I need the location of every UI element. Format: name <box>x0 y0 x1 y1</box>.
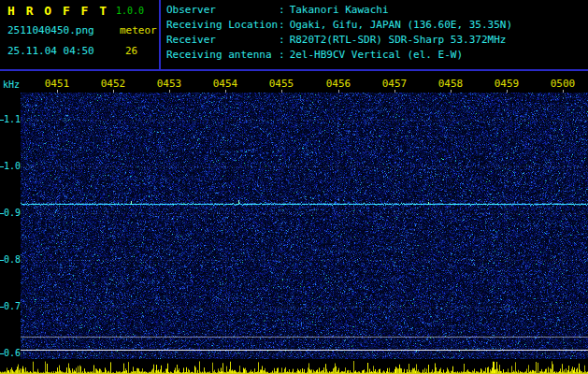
time-tick-mark <box>394 90 395 93</box>
info-colon: : <box>279 33 285 48</box>
info-colon: : <box>279 3 285 18</box>
info-value: 2el-HB9CV Vertical (el. E-W) <box>290 48 463 63</box>
freq-tick-mark <box>0 260 4 261</box>
echo-count: 26 <box>125 45 137 57</box>
freq-axis-label: 0.7 <box>4 301 21 311</box>
time-axis-label: 0455 <box>268 78 294 90</box>
info-label: Receiving Location <box>166 18 279 33</box>
info-value: Takanori Kawachi <box>290 3 389 18</box>
app-title: H R O F F T <box>7 4 108 18</box>
info-colon: : <box>279 48 285 63</box>
observation-datetime: 25.11.04 04:50 <box>7 45 94 57</box>
info-row-receiver: Receiver:R820T2(RTL-SDR) SDR-Sharp 53.37… <box>166 33 512 48</box>
freq-tick-mark <box>0 213 4 214</box>
hrofft-output-window: H R O F F T 1.0.0 2511040450.png meteor … <box>0 0 588 374</box>
freq-axis-label: 1.1 <box>4 114 21 124</box>
info-row-location: Receiving Location:Ogaki, Gifu, JAPAN (1… <box>166 18 512 33</box>
info-label: Observer <box>166 3 279 18</box>
time-axis-label: 0500 <box>550 78 576 90</box>
spectrogram-canvas <box>21 93 588 359</box>
freq-tick-mark <box>0 307 4 308</box>
time-axis-label: 0453 <box>156 78 182 90</box>
info-row-observer: Observer:Takanori Kawachi <box>166 3 512 18</box>
freq-axis-label: 0.6 <box>4 348 21 358</box>
app-version: 1.0.0 <box>116 6 144 16</box>
time-tick-mark <box>507 90 508 93</box>
time-tick-mark <box>225 90 226 93</box>
time-axis-label: 0451 <box>44 78 70 90</box>
time-axis-label: 0459 <box>494 78 520 90</box>
time-tick-mark <box>451 90 452 93</box>
station-info: Observer:Takanori Kawachi Receiving Loca… <box>166 3 512 63</box>
freq-axis-label: 1.0 <box>4 161 21 171</box>
time-tick-mark <box>281 90 282 93</box>
freq-axis-label: 0.8 <box>4 254 21 265</box>
info-colon: : <box>279 18 285 33</box>
info-label: Receiver <box>166 33 279 48</box>
info-value: R820T2(RTL-SDR) SDR-Sharp 53.372MHz <box>290 33 507 48</box>
time-tick-mark <box>113 90 114 93</box>
time-axis-label: 0458 <box>437 78 464 90</box>
time-axis-label: 0457 <box>381 78 408 90</box>
info-row-antenna: Receiving antenna:2el-HB9CV Vertical (el… <box>166 48 512 63</box>
info-label: Receiving antenna <box>166 48 279 63</box>
freq-tick-mark <box>0 166 4 167</box>
time-tick-mark <box>338 90 339 93</box>
time-tick-mark <box>169 90 170 93</box>
header-horizontal-divider <box>0 69 588 71</box>
signal-meter-canvas <box>0 359 588 374</box>
freq-axis-label: 0.9 <box>4 208 21 218</box>
time-tick-mark <box>57 90 58 93</box>
time-axis-label: 0454 <box>212 78 238 90</box>
freq-tick-mark <box>0 120 4 121</box>
freq-tick-mark <box>0 353 4 354</box>
mode-label: meteor <box>120 24 157 36</box>
info-value: Ogaki, Gifu, JAPAN (136.60E, 35.35N) <box>290 18 512 33</box>
freq-unit-label: kHz <box>3 79 20 90</box>
time-axis-label: 0456 <box>325 78 351 90</box>
output-filename: 2511040450.png <box>7 24 94 36</box>
header-vertical-divider <box>159 0 161 70</box>
time-axis-label: 0452 <box>100 78 126 90</box>
time-tick-mark <box>563 90 564 93</box>
